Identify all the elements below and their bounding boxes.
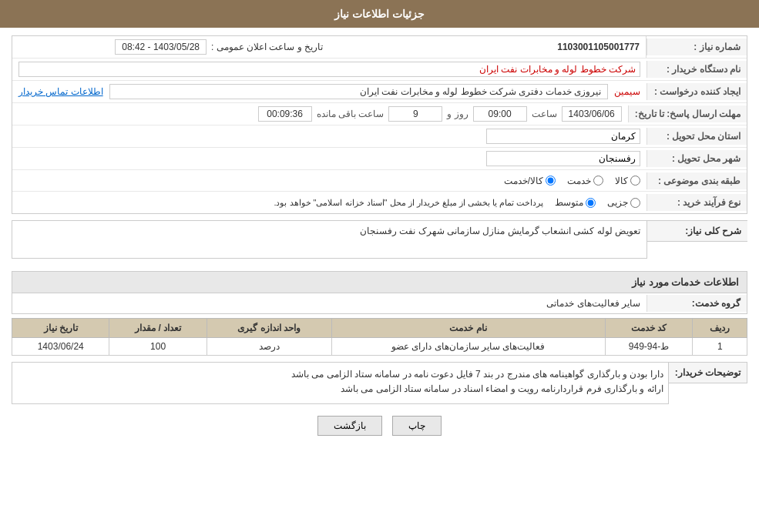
buyer-org-label: نام دستگاه خریدار : (646, 61, 747, 78)
print-button[interactable]: چاپ (392, 416, 442, 436)
category-radio-khedmat[interactable] (593, 176, 603, 186)
col-date: تاریخ نیاز (12, 319, 109, 338)
services-table-section: ردیف کد خدمت نام خدمت واحد اندازه گیری ت… (12, 318, 747, 356)
need-number-label: شماره نیاز : (646, 38, 747, 55)
purchase-type-mota[interactable]: متوسط (555, 197, 596, 208)
button-row: چاپ بازگشت (12, 416, 747, 447)
purchase-type-jozii[interactable]: جزیی (607, 197, 640, 208)
deadline-remaining-label: ساعت باقی مانده (317, 109, 385, 119)
purchase-type-radio-mota[interactable] (586, 198, 596, 208)
col-unit: واحد اندازه گیری (207, 319, 331, 338)
announce-date-value: 1403/05/28 - 08:42 (115, 39, 207, 55)
table-row: 1ط-94-949فعالیت‌های سایر سازمان‌های دارا… (12, 338, 747, 356)
page-title: جزئیات اطلاعات نیاز (0, 0, 759, 28)
col-row: ردیف (693, 319, 747, 338)
purchase-type-radio-group: جزیی متوسط (555, 197, 640, 208)
service-group-value: سایر فعالیت‌های خدماتی (12, 295, 646, 312)
creator-org: سیمین (614, 86, 640, 97)
contact-link[interactable]: اطلاعات تماس خریدار (18, 86, 103, 97)
category-radio-both[interactable] (546, 176, 556, 186)
creator-label: ایجاد کننده درخواست : (646, 83, 747, 100)
purchase-type-label: نوع فرآیند خرید : (646, 194, 747, 211)
deadline-remaining: 00:09:36 (258, 106, 312, 122)
deadline-days: 9 (388, 106, 442, 122)
deadline-label: مهلت ارسال پاسخ: تا تاریخ: (628, 105, 747, 122)
col-qty: تعداد / مقدار (109, 319, 207, 338)
buyer-notes-line1: دارا بودن و بارگذاری گواهینامه های مندرج… (17, 367, 663, 382)
service-info-section: اطلاعات خدمات مورد نیاز (12, 271, 747, 293)
deadline-date: 1403/06/06 (562, 106, 622, 122)
province-label: استان محل تحویل : (646, 128, 747, 145)
buyer-notes-line2: ارائه و بارگذاری فرم قراردارنامه رویت و … (17, 382, 663, 396)
deadline-days-label: روز و (447, 109, 468, 119)
category-label: طبقه بندی موضوعی : (646, 172, 747, 189)
need-desc-value: تعویض لوله کشی انشعاب گرمایش منازل سازما… (360, 226, 640, 236)
need-number-value: 1103001105001777 (557, 42, 640, 52)
buyer-notes-box: دارا بودن و بارگذاری گواهینامه های مندرج… (12, 362, 669, 404)
announce-date-label: تاریخ و ساعت اعلان عمومی : (211, 42, 323, 52)
purchase-type-note: پرداخت تمام یا بخشی از مبلغ خریدار از مح… (274, 198, 543, 208)
purchase-type-label-mota: متوسط (555, 197, 583, 208)
category-label-kala: کالا (615, 176, 628, 186)
city-label: شهر محل تحویل : (646, 150, 747, 167)
service-group-row: گروه خدمت: سایر فعالیت‌های خدماتی (12, 293, 747, 314)
category-option-kala[interactable]: کالا (615, 176, 640, 186)
back-button[interactable]: بازگشت (317, 416, 382, 436)
category-radio-kala[interactable] (630, 176, 640, 186)
buyer-notes-label: توضیحات خریدار: (669, 362, 747, 383)
category-radio-group: کالا خدمت کالا/خدمت (18, 176, 640, 186)
city-input[interactable] (486, 151, 640, 166)
buyer-org-input[interactable] (18, 62, 640, 77)
buyer-notes-section: توضیحات خریدار: دارا بودن و بارگذاری گوا… (12, 362, 747, 404)
category-option-khedmat[interactable]: خدمت (567, 176, 603, 186)
deadline-time-label: ساعت (532, 109, 557, 119)
category-option-both[interactable]: کالا/خدمت (504, 176, 556, 186)
purchase-type-radio-jozii[interactable] (630, 198, 640, 208)
service-group-label: گروه خدمت: (646, 295, 747, 312)
col-name: نام خدمت (331, 319, 605, 338)
category-label-both: کالا/خدمت (504, 176, 543, 186)
purchase-type-label-jozii: جزیی (607, 197, 628, 208)
need-desc-section-label: شرح کلی نیاز: (685, 226, 741, 236)
category-label-khedmat: خدمت (567, 176, 591, 186)
services-table: ردیف کد خدمت نام خدمت واحد اندازه گیری ت… (12, 318, 747, 356)
creator-unit: نیروزی خدمات دفتری شرکت خطوط لوله و مخاب… (109, 84, 608, 99)
province-input[interactable] (486, 129, 640, 144)
deadline-time: 09:00 (473, 106, 527, 122)
col-code: کد خدمت (605, 319, 693, 338)
